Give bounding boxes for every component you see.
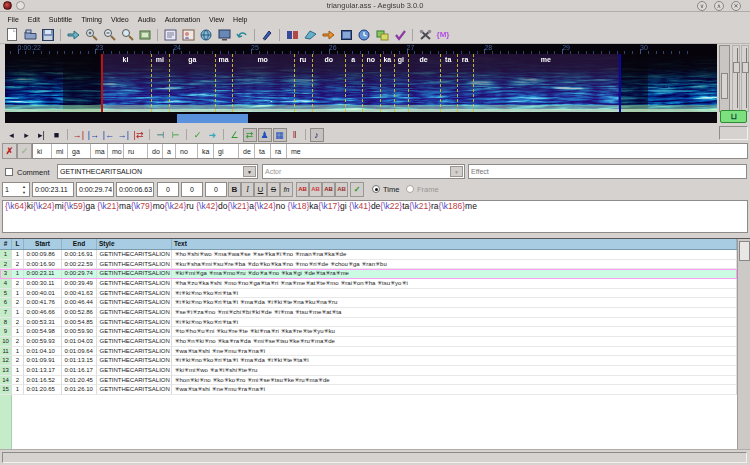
grid-row-9[interactable]: 910:00:54.980:00:59.90GETINTHECARITSALIO… [0, 327, 737, 337]
karaoke-syllable[interactable]: ga [68, 144, 91, 158]
audio-scrollbar-thumb[interactable] [177, 114, 248, 123]
grid-row-3[interactable]: 310:00:23.110:00:29.74GETINTHECARITSALIO… [0, 269, 737, 279]
shift-start-back-button[interactable]: →| [72, 128, 86, 142]
vertical-zoom-slider[interactable] [732, 45, 740, 112]
pause-button[interactable]: ‖ [288, 128, 302, 142]
duration-field[interactable]: 0:00:06.63 [116, 182, 154, 197]
syllable-divider[interactable] [312, 54, 313, 112]
grid-row-6[interactable]: 620:00:41.760:00:46.44GETINTHECARITSALIO… [0, 298, 737, 308]
syllable-divider[interactable] [151, 54, 152, 112]
grid-scrollbar-thumb[interactable] [739, 241, 750, 261]
audio-vscroll-thumb[interactable] [721, 73, 728, 99]
styling-assistant-icon[interactable] [260, 28, 274, 42]
shift-end-back-button[interactable]: |← [102, 128, 116, 142]
zoom-out-icon[interactable] [102, 28, 116, 42]
selection-end-marker[interactable] [619, 54, 621, 112]
syllable-divider[interactable] [473, 54, 474, 112]
jump-to-icon[interactable] [66, 28, 80, 42]
styles-manager-icon[interactable] [181, 28, 195, 42]
kanji-timer-icon[interactable] [285, 28, 299, 42]
grid-header-start[interactable]: Start [24, 239, 62, 249]
grid-row-1[interactable]: 110:00:09.860:00:16.91GETINTHECARITSALIO… [0, 250, 737, 260]
karaoke-syllable[interactable]: do [148, 144, 163, 158]
karaoke-syllable[interactable]: no [176, 144, 198, 158]
lead-out-button[interactable]: ⊢ [169, 128, 183, 142]
karaoke-syllable[interactable]: gi [214, 144, 239, 158]
frame-radio[interactable] [406, 185, 414, 193]
syllable-divider[interactable] [232, 54, 233, 112]
style-dropdown-arrow[interactable]: ▼ [243, 166, 256, 177]
syllable-divider[interactable] [345, 54, 346, 112]
syllable-divider[interactable] [440, 54, 441, 112]
comment-checkbox[interactable] [5, 168, 13, 176]
maximize-button[interactable]: ∧ [714, 1, 724, 11]
lead-in-button[interactable]: ⊣ [154, 128, 168, 142]
syllable-divider[interactable] [294, 54, 295, 112]
grid-header-text[interactable]: Text [172, 239, 737, 249]
karaoke-cancel-button[interactable]: ✗ [2, 143, 17, 159]
menu-video[interactable]: Video [106, 16, 133, 23]
karaoke-syllable[interactable]: a [163, 144, 176, 158]
karaoke-syllable[interactable]: ra [271, 144, 287, 158]
properties-icon[interactable] [163, 28, 177, 42]
karaoke-syllable[interactable]: mo [108, 144, 124, 158]
syllable-divider[interactable] [457, 54, 458, 112]
menu-audio[interactable]: Audio [133, 16, 160, 23]
color-primary-button[interactable]: AB [296, 182, 309, 197]
grid-row-7[interactable]: 710:00:46.660:00:52.86GETINTHECARITSALIO… [0, 308, 737, 318]
karaoke-syllable[interactable]: de [239, 144, 255, 158]
auto-scroll-button[interactable]: ♟ [258, 128, 272, 142]
karaoke-syllable[interactable]: ki [33, 144, 52, 158]
karaoke-syllable[interactable]: ka [198, 144, 214, 158]
margin-right-field[interactable]: 0 [181, 182, 203, 197]
strikeout-button[interactable]: S [267, 182, 280, 197]
karaoke-syllable[interactable]: mi [52, 144, 68, 158]
syllable-divider[interactable] [408, 54, 409, 112]
audio-scrollbar[interactable] [5, 113, 717, 123]
color-secondary-button[interactable]: AB [309, 182, 322, 197]
underline-button[interactable]: U [254, 182, 267, 197]
menu-help[interactable]: Help [229, 16, 252, 23]
vertical-zoom-thumb[interactable] [733, 62, 740, 73]
menu-automation[interactable]: Automation [160, 16, 204, 23]
snap-scene-icon[interactable] [138, 28, 152, 42]
karaoke-accept-button[interactable]: ✓ [17, 143, 32, 159]
font-button[interactable]: fn [280, 182, 293, 197]
margin-left-field[interactable]: 0 [157, 182, 179, 197]
translation-assistant-icon[interactable] [303, 28, 317, 42]
spectrum-toggle-button[interactable]: ▦ [273, 128, 287, 142]
actor-dropdown-arrow[interactable]: ▼ [450, 166, 463, 177]
italic-button[interactable]: I [241, 182, 254, 197]
grid-row-12[interactable]: 1220:01:09.910:01:13.15GETINTHECARITSALI… [0, 356, 737, 366]
options-wrench-icon[interactable] [418, 28, 432, 42]
end-time-field[interactable]: 0:00:29.74 [76, 182, 114, 197]
karaoke-syllable-bar[interactable]: kimigamamorudoanokagidetarame [32, 143, 748, 159]
audio-spectrogram[interactable]: kimigamamorudoanokagidetarame [5, 54, 717, 112]
syllable-divider[interactable] [215, 54, 216, 112]
attachments-icon[interactable] [199, 28, 213, 42]
effect-field[interactable] [468, 164, 747, 179]
grid-row-2[interactable]: 220:00:16.900:00:22.59GETINTHECARITSALIO… [0, 260, 737, 270]
stop-button[interactable]: ■ [50, 128, 64, 142]
menu-view[interactable]: View [205, 16, 229, 23]
line-number-spinner[interactable]: 1 ▲▼ [2, 182, 30, 197]
karaoke-syllable[interactable]: ma [91, 144, 108, 158]
grid-header-style[interactable]: Style [97, 239, 172, 249]
grid-header-num[interactable]: # [0, 239, 12, 249]
grid-row-8[interactable]: 820:00:53.310:00:54.85GETINTHECARITSALIO… [0, 318, 737, 328]
margin-vertical-field[interactable]: 0 [205, 182, 227, 197]
next-line-icon[interactable] [321, 28, 335, 42]
play-500-button[interactable]: |⇄ [132, 128, 146, 142]
new-file-icon[interactable] [5, 28, 19, 42]
syllable-divider[interactable] [362, 54, 363, 112]
audio-vertical-scrollbar[interactable] [719, 45, 730, 112]
shift-start-forward-button[interactable]: |→ [87, 128, 101, 142]
start-time-field[interactable]: 0:00:23.11 [32, 182, 74, 197]
close-button[interactable]: ✕ [731, 1, 741, 11]
zoom-in-icon[interactable] [84, 28, 98, 42]
menu-edit[interactable]: Edit [23, 16, 44, 23]
volume-slider[interactable] [741, 45, 749, 112]
grid-row-13[interactable]: 1310:01:13.170:01:16.17GETINTHECARITSALI… [0, 366, 737, 376]
karaoke-syllable[interactable]: ru [124, 144, 148, 158]
save-file-icon[interactable] [41, 28, 55, 42]
